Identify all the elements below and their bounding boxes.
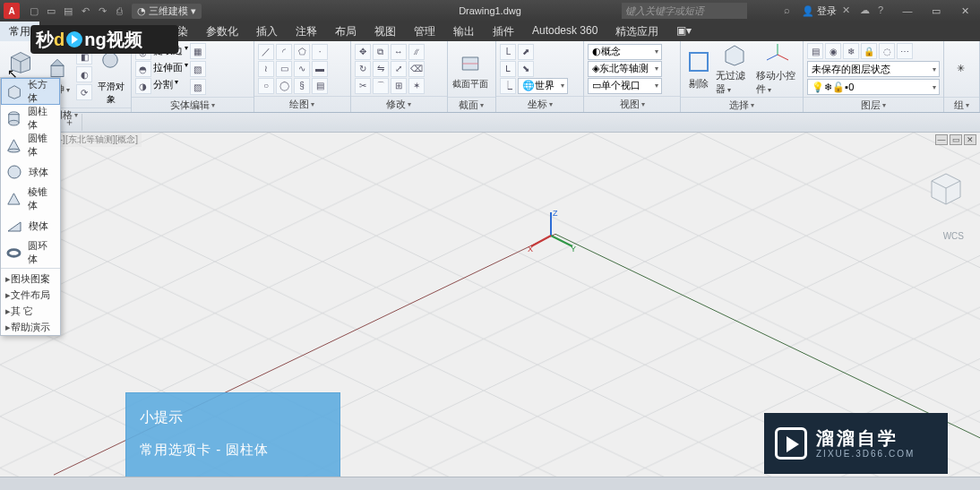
vp-max-icon[interactable]: ▭ [950, 134, 962, 145]
viewcube[interactable] [926, 168, 966, 208]
tab-add-icon[interactable]: ＋ [57, 114, 82, 131]
offset-icon[interactable]: ⫽ [408, 44, 425, 60]
layermore-icon[interactable]: ⋯ [897, 43, 913, 59]
section-button[interactable]: 截面平面 [451, 43, 489, 95]
tab-view[interactable]: 视图 [365, 21, 405, 41]
infocenter-icon[interactable]: ⌕ [784, 4, 796, 17]
save-icon[interactable]: ▤ [61, 4, 75, 18]
ucs4-icon[interactable]: ⬈ [518, 44, 534, 60]
print-icon[interactable]: ⎙ [112, 4, 126, 18]
ucs-icon[interactable]: L [500, 44, 516, 60]
signin-button[interactable]: 👤 登录 [802, 4, 837, 18]
tab-featured[interactable]: 精选应用 [606, 21, 667, 41]
stretch-icon[interactable]: ↔ [391, 44, 407, 60]
mirror-icon[interactable]: ⇋ [373, 61, 389, 77]
app-icon[interactable]: A [4, 3, 20, 19]
vp-min-icon[interactable]: — [935, 134, 948, 145]
panel-view-label[interactable]: 视图 [584, 96, 680, 112]
trim-icon[interactable]: ✂ [355, 78, 371, 94]
layer-combo[interactable]: 💡❄🔓▪ 0 [807, 79, 940, 95]
undo-icon[interactable]: ↶ [78, 4, 92, 18]
tab-a360[interactable]: Autodesk 360 [523, 21, 606, 41]
shape-box[interactable]: 长方体 [1, 78, 60, 105]
region-icon[interactable]: ▬ [312, 61, 328, 77]
layeroff-icon[interactable]: ◌ [879, 43, 895, 59]
new-icon[interactable]: ▢ [27, 4, 41, 18]
panel-select-label[interactable]: 选择 [681, 97, 803, 112]
cull-button[interactable]: 剔除 [684, 43, 713, 95]
shape-sphere[interactable]: 球体 [1, 159, 60, 185]
shape-cone[interactable]: 圆锥体 [1, 132, 60, 159]
layerfrz-icon[interactable]: ❄ [843, 43, 859, 59]
imprint-icon[interactable]: ▧ [190, 61, 206, 77]
copy-icon[interactable]: ⧉ [373, 44, 389, 60]
view-combo[interactable]: ◈ 东北等轴测 [588, 61, 662, 77]
poly-icon[interactable]: ⬠ [294, 44, 310, 60]
viewport-combo[interactable]: ▭ 单个视口 [588, 78, 662, 94]
ucs3-icon[interactable]: ⎿ [500, 78, 516, 94]
layerlock-icon[interactable]: 🔒 [861, 43, 877, 59]
panel-solidedit-label[interactable]: 实体编辑 [132, 97, 254, 112]
rect-icon[interactable]: ▭ [276, 61, 292, 77]
sub-other[interactable]: 其 它 [1, 303, 60, 319]
search-input[interactable]: 键入关键字或短语 [622, 3, 747, 19]
shape-cylinder[interactable]: 圆柱体 [1, 105, 60, 132]
shape-torus[interactable]: 圆环体 [1, 239, 60, 266]
workspace-dropdown[interactable]: ◔ 三维建模 ▾ [132, 4, 202, 19]
ucs5-icon[interactable]: ⬊ [518, 61, 534, 77]
panel-layer-label[interactable]: 图层 [804, 97, 943, 112]
fillet-icon[interactable]: ⌒ [373, 78, 389, 94]
visualstyle-combo[interactable]: ◐ 概念 [588, 44, 662, 60]
vp-close-icon[interactable]: ✕ [964, 134, 976, 145]
exchange-icon[interactable]: ✕ [842, 4, 855, 17]
tab-insert[interactable]: 插入 [247, 21, 287, 41]
layeriso-icon[interactable]: ◉ [825, 43, 841, 59]
close-button[interactable]: ✕ [953, 5, 976, 17]
ellipse-icon[interactable]: ◯ [276, 78, 292, 94]
cloud-icon[interactable]: ☁ [860, 4, 873, 17]
tab-annotate[interactable]: 注释 [287, 21, 326, 41]
tab-layout[interactable]: 布局 [326, 21, 365, 41]
viewport-label[interactable]: [-][东北等轴测][概念] [54, 133, 142, 147]
sub-help[interactable]: 帮助演示 [1, 319, 60, 335]
revolve-icon[interactable]: ◐ [76, 66, 92, 82]
shape-pyramid[interactable]: 棱锥体 [1, 185, 60, 212]
maximize-button[interactable]: ▭ [924, 5, 948, 17]
arc-icon[interactable]: ◜ [276, 44, 292, 60]
intersect-icon[interactable]: ◑ [135, 78, 151, 94]
layerstate-combo[interactable]: 未保存的图层状态 [807, 61, 940, 77]
panel-modify-label[interactable]: 修改 [351, 96, 447, 112]
point-icon[interactable]: · [312, 44, 328, 60]
presssurf-button[interactable]: 拉伸面 [153, 61, 183, 77]
sweep-icon[interactable]: ⟳ [76, 84, 92, 100]
tab-plugin[interactable]: 插件 [484, 21, 523, 41]
pline-icon[interactable]: ≀ [258, 61, 274, 77]
separate-icon[interactable]: ▨ [190, 79, 206, 95]
sub-blockpattern[interactable]: 图块图案 [1, 271, 60, 287]
line-icon[interactable]: ／ [258, 44, 274, 60]
explode-icon[interactable]: ✶ [408, 78, 425, 94]
split-button[interactable]: 分割 [153, 78, 173, 94]
hatch-icon[interactable]: ▤ [312, 78, 328, 94]
circle-icon[interactable]: ○ [258, 78, 274, 94]
sub-filelayout[interactable]: 文件布局 [1, 287, 60, 303]
shape-wedge[interactable]: 楔体 [1, 212, 60, 239]
minimize-button[interactable]: — [896, 5, 919, 17]
world-combo[interactable]: 🌐世界 [518, 78, 568, 94]
array-icon[interactable]: ⊞ [391, 78, 407, 94]
panel-section-label[interactable]: 截面 [448, 97, 496, 112]
erase-icon[interactable]: ⌫ [408, 61, 425, 77]
move-icon[interactable]: ✥ [355, 44, 371, 60]
gizmo-button[interactable]: 移动小控件 [756, 43, 800, 95]
nofilter-button[interactable]: 无过滤器 [716, 43, 754, 95]
help-icon[interactable]: ? [878, 4, 890, 17]
ucs2-icon[interactable]: Ⅼ [500, 61, 516, 77]
subtract-icon[interactable]: ◓ [135, 61, 151, 77]
redo-icon[interactable]: ↷ [95, 4, 109, 18]
panel-group-label[interactable]: 组 [944, 97, 979, 112]
shell-icon[interactable]: ▦ [190, 43, 206, 59]
panel-coord-label[interactable]: 坐标 [496, 96, 583, 112]
panel-draw-label[interactable]: 绘图 [254, 96, 350, 112]
scale-icon[interactable]: ⤢ [391, 61, 407, 77]
group-button[interactable]: ✳ [948, 43, 975, 95]
